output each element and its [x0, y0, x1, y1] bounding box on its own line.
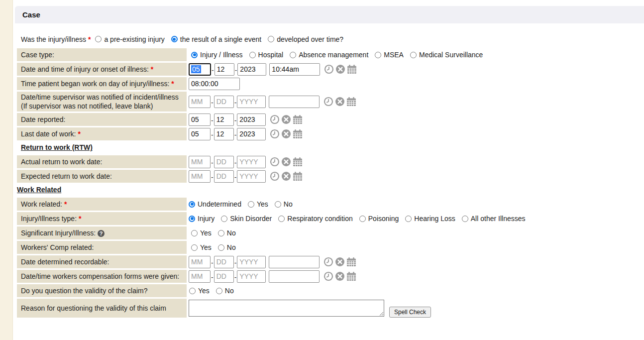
radio-option-injury-illness[interactable]: Injury / Illness	[191, 51, 243, 59]
radio-button[interactable]	[191, 230, 198, 236]
radio-option-yes[interactable]: Yes	[248, 200, 268, 208]
clear-icon[interactable]	[281, 129, 291, 139]
reason-textarea[interactable]	[189, 300, 384, 317]
month-input[interactable]	[189, 113, 211, 126]
radio-option-no[interactable]: No	[275, 200, 293, 208]
radio-button[interactable]	[248, 201, 254, 208]
month-input[interactable]	[189, 170, 211, 183]
radio-option-respiratory[interactable]: Respiratory condition	[278, 215, 353, 223]
radio-option-preexisting[interactable]: a pre-existing injury	[95, 35, 164, 43]
radio-button[interactable]	[249, 52, 256, 58]
calendar-icon[interactable]	[346, 271, 356, 281]
clock-icon[interactable]	[323, 271, 333, 281]
calendar-icon[interactable]	[293, 114, 303, 124]
radio-option-all-other[interactable]: All other Illnesses	[462, 215, 526, 223]
calendar-icon[interactable]	[293, 129, 303, 139]
month-input[interactable]	[189, 96, 211, 108]
year-input[interactable]	[237, 128, 266, 140]
clear-icon[interactable]	[335, 97, 345, 107]
radio-button[interactable]	[290, 52, 296, 58]
radio-option-yes[interactable]: Yes	[189, 287, 210, 295]
month-input[interactable]	[189, 156, 211, 168]
clock-icon[interactable]	[270, 157, 280, 167]
time-input[interactable]	[269, 96, 320, 108]
radio-option-no[interactable]: No	[216, 287, 234, 295]
radio-option-no[interactable]: No	[218, 229, 236, 237]
radio-button[interactable]	[405, 216, 412, 222]
radio-button[interactable]	[462, 216, 468, 222]
year-input[interactable]	[237, 256, 266, 268]
radio-option-hospital[interactable]: Hospital	[249, 51, 284, 59]
clock-icon[interactable]	[270, 129, 280, 139]
day-input[interactable]	[215, 63, 234, 76]
day-input[interactable]	[214, 113, 234, 126]
clock-icon[interactable]	[323, 97, 333, 107]
time-input[interactable]	[269, 256, 320, 268]
radio-option-over-time[interactable]: developed over time?	[268, 35, 343, 43]
clear-icon[interactable]	[281, 157, 291, 167]
year-input[interactable]	[237, 270, 266, 283]
radio-button[interactable]	[221, 216, 227, 222]
radio-button[interactable]	[268, 36, 274, 42]
clear-icon[interactable]	[335, 64, 345, 74]
radio-option-msea[interactable]: MSEA	[375, 51, 404, 59]
radio-button[interactable]	[359, 216, 366, 222]
year-input[interactable]	[237, 170, 266, 183]
radio-option-single-event[interactable]: the result of a single event	[171, 35, 261, 43]
radio-option-absence-management[interactable]: Absence management	[290, 51, 368, 59]
radio-option-hearing-loss[interactable]: Hearing Loss	[405, 215, 455, 223]
year-input[interactable]	[237, 113, 266, 126]
clear-icon[interactable]	[281, 114, 291, 124]
radio-button[interactable]	[189, 201, 195, 208]
month-input-focused[interactable]: 05	[189, 63, 211, 76]
day-input[interactable]	[214, 156, 234, 168]
day-input[interactable]	[214, 96, 234, 108]
clock-icon[interactable]	[324, 64, 334, 74]
day-input[interactable]	[214, 256, 234, 268]
radio-button[interactable]	[218, 244, 224, 251]
radio-option-undetermined[interactable]: Undetermined	[189, 200, 241, 208]
work-start-time-input[interactable]	[189, 78, 240, 90]
radio-button[interactable]	[189, 288, 196, 294]
month-input[interactable]	[189, 270, 211, 283]
radio-option-yes[interactable]: Yes	[191, 229, 212, 237]
clock-icon[interactable]	[270, 114, 280, 124]
year-input[interactable]	[237, 63, 266, 76]
radio-option-poisoning[interactable]: Poisoning	[359, 215, 399, 223]
month-input[interactable]	[189, 256, 211, 268]
radio-option-yes[interactable]: Yes	[191, 243, 212, 251]
calendar-icon[interactable]	[346, 97, 356, 107]
clear-icon[interactable]	[335, 271, 345, 281]
clear-icon[interactable]	[335, 257, 345, 267]
clear-icon[interactable]	[281, 171, 291, 181]
day-input[interactable]	[214, 128, 234, 140]
radio-button[interactable]	[191, 52, 198, 58]
calendar-icon[interactable]	[293, 171, 303, 181]
radio-button[interactable]	[171, 36, 178, 42]
year-input[interactable]	[237, 96, 266, 108]
radio-button[interactable]	[191, 244, 198, 251]
day-input[interactable]	[214, 170, 234, 183]
month-input[interactable]	[189, 128, 211, 140]
radio-button[interactable]	[278, 216, 285, 222]
help-icon[interactable]: ?	[98, 230, 105, 237]
radio-option-skin-disorder[interactable]: Skin Disorder	[221, 215, 272, 223]
radio-button[interactable]	[275, 201, 281, 208]
calendar-icon[interactable]	[293, 157, 303, 167]
day-input[interactable]	[214, 270, 234, 283]
radio-button[interactable]	[189, 216, 195, 222]
radio-button[interactable]	[216, 288, 222, 294]
calendar-icon[interactable]	[347, 64, 357, 74]
clock-icon[interactable]	[323, 257, 333, 267]
clock-icon[interactable]	[270, 171, 280, 181]
year-input[interactable]	[237, 156, 266, 168]
radio-option-injury[interactable]: Injury	[189, 215, 215, 223]
radio-button[interactable]	[218, 230, 224, 236]
radio-option-medical-surveillance[interactable]: Medical Surveillance	[410, 51, 483, 59]
radio-button[interactable]	[375, 52, 381, 58]
spell-check-button[interactable]: Spell Check	[389, 307, 431, 318]
time-input[interactable]	[269, 63, 320, 76]
radio-button[interactable]	[410, 52, 417, 58]
calendar-icon[interactable]	[346, 257, 356, 267]
radio-option-no[interactable]: No	[218, 243, 236, 251]
